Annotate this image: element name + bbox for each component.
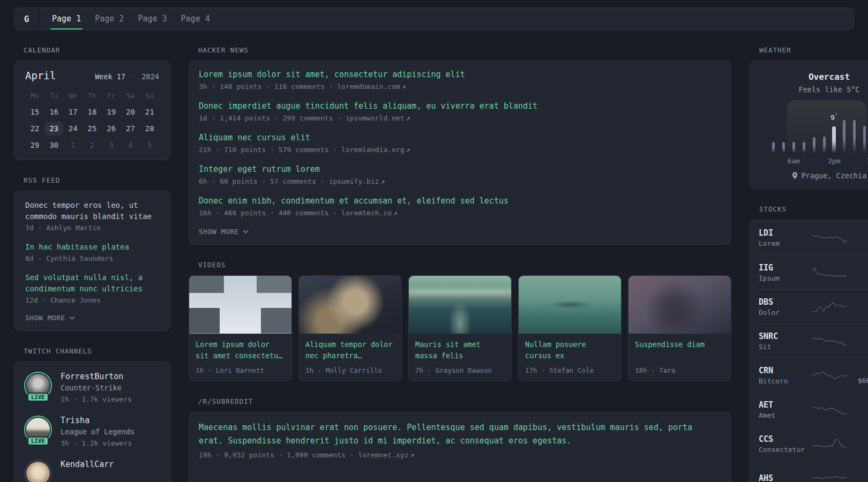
- calendar-grid: MoTuWeThFrSaSu15161718192021222324252627…: [25, 89, 159, 152]
- calendar-widget: CALENDAR April Week 17 · 2024 MoTuWeThFr…: [14, 46, 170, 160]
- hackernews-item-title[interactable]: Donec imperdiet augue tincidunt felis al…: [199, 101, 721, 111]
- twitch-channel-info: TrishaLeague of Legends3h · 1.2k viewers: [61, 416, 134, 448]
- tab-page-3[interactable]: Page 3: [137, 8, 167, 29]
- stock-price: $66,171.48: [847, 376, 868, 385]
- videos-carousel: Lorem ipsum dolor sit amet consectetu…1h…: [189, 275, 731, 381]
- dashboard-grid: CALENDAR April Week 17 · 2024 MoTuWeThFr…: [0, 30, 868, 482]
- hackernews-item-stats: 21h · 710 points · 579 comments ·: [199, 146, 341, 154]
- video-title[interactable]: Lorem ipsum dolor sit amet consectetu…: [196, 339, 285, 362]
- twitch-channel-row[interactable]: LIVEForrestBurtonCounter-Strike1h · 1.7k…: [24, 372, 160, 404]
- video-title[interactable]: Mauris sit amet massa felis: [415, 339, 505, 362]
- video-title[interactable]: Suspendisse diam: [635, 339, 724, 362]
- hackernews-item-domain-link[interactable]: loremlandia.org: [341, 146, 404, 154]
- live-badge: LIVE: [27, 436, 49, 446]
- app-logo[interactable]: G: [14, 8, 39, 29]
- stock-change: +0.46%: [847, 474, 868, 482]
- stock-sparkline-wrap: [812, 437, 847, 451]
- stock-name: Lorem: [759, 239, 812, 247]
- tab-page-2[interactable]: Page 2: [94, 8, 124, 29]
- hackernews-section-title: HACKER NEWS: [189, 46, 731, 54]
- calendar-day-header: Tu: [44, 89, 64, 102]
- calendar-day: 3: [102, 138, 121, 152]
- rss-item-title[interactable]: Donec tempor eros leo, ut commodo mauris…: [25, 200, 159, 222]
- stock-sparkline-wrap: [812, 266, 847, 280]
- stock-row-ahs[interactable]: AHS+0.46%: [759, 461, 868, 482]
- video-title[interactable]: Aliquam tempor dolor nec pharetra…: [305, 339, 395, 362]
- stock-row-dbs[interactable]: DBSDolor+1.42%$156.28: [759, 289, 868, 323]
- rss-show-more-button[interactable]: SHOW MORE: [25, 314, 159, 322]
- stock-sparkline-wrap: [812, 300, 847, 314]
- video-thumbnail: [409, 276, 511, 334]
- stock-id: IIGIpsum: [759, 263, 812, 282]
- weather-bar: [792, 142, 795, 153]
- stock-row-crn[interactable]: CRNBitcorn-1.00%$66,171.48: [759, 358, 868, 392]
- weather-bar: [863, 126, 866, 153]
- hackernews-item-title[interactable]: Aliquam nec cursus elit: [199, 133, 721, 143]
- video-card[interactable]: Nullam posuere cursus ex17h · Stefan Col…: [518, 275, 622, 381]
- calendar-day: 17: [63, 105, 83, 119]
- calendar-day: 4: [121, 138, 140, 152]
- hackernews-item-domain-link[interactable]: loremdomain.com: [337, 82, 400, 91]
- tab-page-4[interactable]: Page 4: [181, 8, 211, 29]
- rss-section-title: RSS FEED: [14, 176, 170, 184]
- subreddit-post-domain-link[interactable]: loremnet.xyz: [358, 451, 408, 459]
- external-link-icon: ↗: [381, 177, 385, 185]
- calendar-month: April: [25, 70, 56, 81]
- rss-widget: RSS FEED Donec tempor eros leo, ut commo…: [14, 176, 170, 331]
- hackernews-item-domain-link[interactable]: ipsumworld.net: [346, 114, 405, 122]
- stock-sparkline: [812, 266, 847, 280]
- stock-row-ldi[interactable]: LDILorem+4.35%$795.18: [759, 221, 868, 255]
- external-link-icon: ↗: [402, 82, 406, 91]
- hackernews-item-title[interactable]: Lorem ipsum dolor sit amet, consectetur …: [199, 70, 721, 80]
- weather-bar: [823, 137, 826, 153]
- calendar-day: 18: [83, 105, 102, 119]
- stock-row-snrc[interactable]: SNRCSit+1.36%$148.64: [759, 323, 868, 358]
- tab-label: Page 3: [138, 14, 167, 24]
- video-title[interactable]: Nullam posuere cursus ex: [525, 339, 615, 362]
- video-card[interactable]: Mauris sit amet massa felis7h · Grayson …: [408, 275, 512, 381]
- calendar-day: 20: [121, 105, 140, 119]
- weather-bar: [782, 142, 785, 153]
- rss-list: Donec tempor eros leo, ut commodo mauris…: [25, 200, 159, 304]
- stock-row-aet[interactable]: AETAmet+0.92%$499.72: [759, 392, 868, 426]
- hackernews-item-domain-link[interactable]: ipsumify.biz: [329, 177, 379, 185]
- hackernews-item-title[interactable]: Integer eget rutrum lorem: [199, 164, 721, 175]
- tab-label: Page 1: [52, 14, 81, 24]
- hackernews-item-domain-link[interactable]: loremtech.co: [341, 209, 392, 217]
- video-card[interactable]: Lorem ipsum dolor sit amet consectetu…1h…: [189, 275, 292, 381]
- weather-bar-slot: [852, 103, 856, 153]
- stock-values: +0.51%$165.84: [847, 435, 868, 453]
- hackernews-item: Donec imperdiet augue tincidunt felis al…: [199, 101, 721, 123]
- hackernews-show-more-button[interactable]: SHOW MORE: [199, 228, 721, 236]
- twitch-channel-row[interactable]: LIVETrishaLeague of Legends3h · 1.2k vie…: [24, 416, 160, 448]
- time-axis-slot: 6am: [792, 156, 796, 165]
- tab-page-1[interactable]: Page 1: [51, 8, 81, 29]
- weather-bar: [803, 142, 805, 153]
- rss-item-title[interactable]: In hac habitasse platea: [25, 242, 159, 253]
- hackernews-item: Integer eget rutrum lorem6h · 60 points …: [199, 164, 721, 186]
- video-card[interactable]: Suspendisse diam18h · Tara: [628, 275, 731, 381]
- stock-values: +0.92%$499.72: [847, 401, 868, 419]
- stock-id: DBSDolor: [759, 297, 812, 317]
- weather-widget: WEATHER Overcast Feels like 5°C 9° 6am2p…: [750, 46, 868, 189]
- subreddit-post-title[interactable]: Maecenas mollis pulvinar erat non posuer…: [199, 421, 721, 448]
- dashboard-page: G Page 1Page 2Page 3Page 4 CALENDAR Apri…: [0, 0, 868, 482]
- twitch-avatar-wrap: [24, 460, 52, 482]
- video-meta: 1h · Lori Barnett: [196, 366, 285, 374]
- hackernews-item-stats: 3h · 148 points · 116 comments ·: [199, 82, 337, 91]
- stock-row-ccs[interactable]: CCSConsectetur+0.51%$165.84: [759, 426, 868, 461]
- twitch-avatar-wrap: LIVE: [24, 416, 52, 441]
- stock-sparkline: [812, 334, 847, 348]
- hackernews-item-title[interactable]: Donec enim nibh, condimentum et accumsan…: [199, 196, 721, 206]
- video-card-body: Suspendisse diam18h · Tara: [628, 334, 731, 381]
- stock-row-iig[interactable]: IIGIpsum+2.84%$42.04: [759, 255, 868, 289]
- weather-bar-slot: [782, 103, 785, 153]
- stock-id: CCSConsectetur: [759, 434, 812, 454]
- rss-item-title[interactable]: Sed volutpat nulla nisl, a condimentum n…: [25, 272, 159, 295]
- video-card[interactable]: Aliquam tempor dolor nec pharetra…1h · M…: [298, 275, 402, 381]
- external-link-icon: ↗: [410, 451, 414, 459]
- calendar-day: 29: [25, 138, 44, 152]
- twitch-widget: TWITCH CHANNELS LIVEForrestBurtonCounter…: [14, 347, 170, 482]
- subreddit-widget: /R/SUBREDDIT Maecenas mollis pulvinar er…: [189, 397, 731, 482]
- twitch-channel-row[interactable]: KendallCarr: [24, 460, 160, 482]
